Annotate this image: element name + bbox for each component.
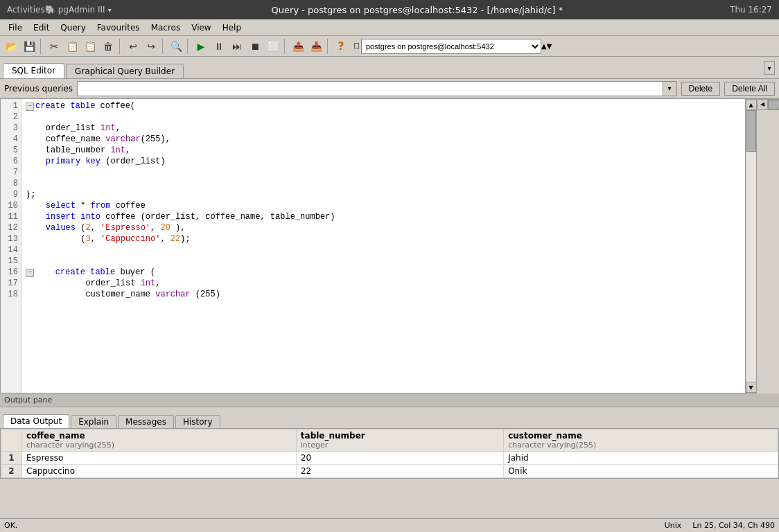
line-numbers: 123456789101112131415161718 [1,99,21,393]
prev-queries-bar: Previous queries ▾ Delete Delete All [0,79,779,98]
connection-checkbox[interactable]: ☐ [353,42,360,50]
output-pane-label: Output pane [0,393,779,407]
window-title: Query - postgres on postgres@localhost:5… [112,5,723,15]
paste-button[interactable]: 📋 [82,38,98,55]
toolbar: 📂 💾 ✂ 📋 📋 🗑 ↩ ↪ 🔍 ▶ ⏸ ⏭ ⏹ ⬜ 📤 📥 ? ☐ post… [0,36,779,57]
tab-dropdown-button[interactable]: ▾ [764,61,775,75]
stop-button[interactable]: ⏹ [247,38,263,55]
run-script-button[interactable]: ⏸ [211,38,227,55]
row-num-2: 2 [1,465,22,478]
run-button[interactable]: ▶ [193,38,209,55]
explain-button[interactable]: ⬜ [265,38,281,55]
col-header-coffee-name: coffee_name character varying(255) [22,429,297,452]
editor-section: SQL Editor Graphical Query Builder ▾ Pre… [0,57,779,393]
status-encoding: Unix [665,521,682,530]
copy-button[interactable]: 📋 [64,38,80,55]
horizontal-scrollbar[interactable]: ◀ ▶ [757,98,779,109]
toolbar-separator-1 [40,39,43,54]
menu-bar: File Edit Query Favourites Macros View H… [0,19,779,36]
col-header-customer-name: customer_name character varying(255) [504,429,778,452]
scroll-down-button[interactable]: ▼ [746,382,757,393]
output-section: Output pane Data Output Explain Messages… [0,393,779,532]
connection-dropdown[interactable]: postgres on postgres@localhost:5432 [361,39,541,54]
row-num-header [1,429,22,452]
prev-queries-label: Previous queries [4,84,73,94]
activities-label[interactable]: Activities [7,5,45,15]
status-ok: OK. [4,521,665,530]
tab-messages[interactable]: Messages [118,415,174,428]
output-tabs: Data Output Explain Messages History [0,407,779,428]
toolbar-separator-5 [284,39,287,54]
cell-coffee-name-2: Cappuccino [22,465,297,478]
cell-table-number-1: 20 [296,452,503,465]
pgadmin-logo: 🐘 [45,5,55,15]
data-table: coffee_name character varying(255) table… [1,429,778,478]
find-button[interactable]: 🔍 [168,38,184,55]
menu-query[interactable]: Query [55,21,91,34]
table-row: 2 Cappuccino 22 Onik [1,465,778,478]
collapse-button-1[interactable]: − [26,103,34,111]
menu-file[interactable]: File [3,21,28,34]
connection-selector[interactable]: ☐ postgres on postgres@localhost:5432 ▲▼ [353,39,552,54]
table-row: 1 Espresso 20 Jahid [1,452,778,465]
status-right: Unix Ln 25, Col 34, Ch 490 [665,521,775,530]
data-table-container: coffee_name character varying(255) table… [0,428,779,479]
tab-graphical-query-builder[interactable]: Graphical Query Builder [66,64,184,78]
cell-customer-name-2: Onik [504,465,778,478]
pgadmin-title: pgAdmin III [58,5,105,15]
tab-sql-editor[interactable]: SQL Editor [3,63,64,78]
upload-button[interactable]: 📤 [290,38,306,55]
status-position: Ln 25, Col 34, Ch 490 [692,521,775,530]
cut-button[interactable]: ✂ [46,38,62,55]
prev-queries-input[interactable] [77,81,663,96]
scroll-up-button[interactable]: ▲ [746,99,757,110]
toolbar-separator-3 [162,39,165,54]
toolbar-separator-2 [119,39,122,54]
next-button[interactable]: ⏭ [229,38,245,55]
scroll-thumb[interactable] [746,110,756,152]
cell-coffee-name-1: Espresso [22,452,297,465]
prev-queries-dropdown-button[interactable]: ▾ [663,81,677,96]
tab-data-output[interactable]: Data Output [3,414,69,428]
cell-table-number-2: 22 [296,465,503,478]
menu-edit[interactable]: Edit [28,21,55,34]
clear-button[interactable]: 🗑 [100,38,116,55]
menu-macros[interactable]: Macros [146,21,186,34]
undo-button[interactable]: ↩ [125,38,141,55]
table-header-row: coffee_name character varying(255) table… [1,429,778,452]
h-scroll-thumb[interactable] [768,100,779,109]
cell-customer-name-1: Jahid [504,452,778,465]
save-button[interactable]: 💾 [21,38,37,55]
delete-all-button[interactable]: Delete All [724,82,775,96]
toolbar-separator-4 [187,39,190,54]
sql-code-area[interactable]: −create table coffee( order_list int, co… [21,99,745,393]
collapse-button-2[interactable]: − [26,269,34,277]
main-content: SQL Editor Graphical Query Builder ▾ Pre… [0,57,779,532]
menu-favourites[interactable]: Favourites [91,21,146,34]
help-button[interactable]: ? [333,38,349,55]
sql-editor-wrapper: 123456789101112131415161718 −create tabl… [0,98,779,393]
menu-view[interactable]: View [186,21,216,34]
col-header-table-number: table_number integer [296,429,503,452]
top-bar: Activities 🐘 pgAdmin III ▾ Query - postg… [0,0,779,19]
row-num-1: 1 [1,452,22,465]
open-button[interactable]: 📂 [3,38,19,55]
menu-help[interactable]: Help [217,21,247,34]
sql-vertical-scrollbar[interactable]: ▲ ▼ [745,99,756,393]
delete-button[interactable]: Delete [681,82,721,96]
sql-panel: 123456789101112131415161718 −create tabl… [0,98,779,393]
tab-history[interactable]: History [175,415,220,428]
statusbar: OK. Unix Ln 25, Col 34, Ch 490 [0,518,779,532]
connection-dropdown-arrow[interactable]: ▲▼ [541,42,552,50]
toolbar-separator-6 [327,39,330,54]
clock: Thu 16:27 [730,5,772,15]
sql-editor-panel[interactable]: 123456789101112131415161718 −create tabl… [0,98,757,393]
editor-tabs: SQL Editor Graphical Query Builder ▾ [0,57,779,79]
scroll-left-button[interactable]: ◀ [757,99,768,110]
redo-button[interactable]: ↪ [143,38,159,55]
scroll-track [746,110,756,382]
tab-explain[interactable]: Explain [71,415,116,428]
download-button[interactable]: 📥 [308,38,324,55]
